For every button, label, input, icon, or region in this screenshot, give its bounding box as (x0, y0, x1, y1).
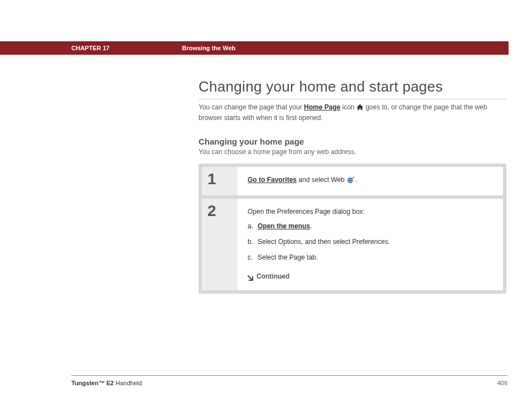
open-menus-link[interactable]: Open the menus (258, 222, 310, 230)
go-to-favorites-link[interactable]: Go to Favorites (248, 176, 297, 184)
substep-b: b. Select Options, and then select Prefe… (248, 237, 494, 247)
intro-part2: icon (340, 103, 356, 111)
step-1: 1 Go to Favorites and select Web . (202, 167, 503, 195)
product-name: Tungsten™ E2 Handheld (71, 380, 142, 386)
home-page-link[interactable]: Home Page (304, 103, 340, 111)
main-content: Changing your home and start pages You c… (199, 78, 506, 294)
substep-c-text: Select the Page tab. (258, 252, 318, 262)
intro-text: You can change the page that your Home P… (199, 99, 506, 123)
chapter-label: CHAPTER 17 (71, 45, 109, 51)
step-number: 1 (207, 171, 238, 187)
substep-a-after: . (310, 222, 312, 230)
home-icon (356, 104, 364, 113)
chapter-header: CHAPTER 17 Browsing the Web (0, 41, 509, 55)
continued-label: Continued (257, 271, 289, 281)
svg-point-0 (347, 178, 353, 183)
step-body: Go to Favorites and select Web . (238, 167, 503, 195)
web-icon (347, 176, 355, 186)
substep-b-text: Select Options, and then select Preferen… (258, 237, 390, 247)
intro-part1: You can change the page that your (199, 103, 304, 111)
step1-trail: . (355, 176, 357, 184)
footer-rule (71, 375, 507, 376)
footer: Tungsten™ E2 Handheld 408 (71, 380, 507, 386)
substep-letter: c. (248, 252, 258, 262)
product-bold: Tungsten™ E2 (71, 380, 114, 386)
step-body: Open the Preferences Page dialog box: a.… (238, 199, 503, 290)
steps-container: 1 Go to Favorites and select Web . 2 Ope… (199, 164, 506, 294)
step-number-col: 1 (202, 167, 238, 195)
step1-mid: and select Web (297, 176, 346, 184)
section-label: Browsing the Web (182, 45, 235, 51)
continued-indicator: Continued (248, 271, 494, 281)
subtitle: Changing your home page (199, 137, 506, 146)
substep-list: a. Open the menus. b. Select Options, an… (248, 221, 494, 262)
substep-letter: a. (248, 221, 258, 231)
sub-intro: You can choose a home page from any web … (199, 148, 506, 156)
step-number-col: 2 (202, 199, 238, 290)
page-number: 408 (497, 380, 507, 386)
step-number: 2 (207, 203, 238, 219)
step2-main: Open the Preferences Page dialog box: (248, 207, 494, 217)
page-title: Changing your home and start pages (199, 78, 506, 95)
product-rest: Handheld (114, 380, 142, 386)
substep-letter: b. (248, 237, 258, 247)
substep-c: c. Select the Page tab. (248, 252, 494, 262)
continued-arrow-icon (248, 274, 253, 279)
substep-a: a. Open the menus. (248, 221, 494, 231)
step-2: 2 Open the Preferences Page dialog box: … (202, 199, 503, 290)
